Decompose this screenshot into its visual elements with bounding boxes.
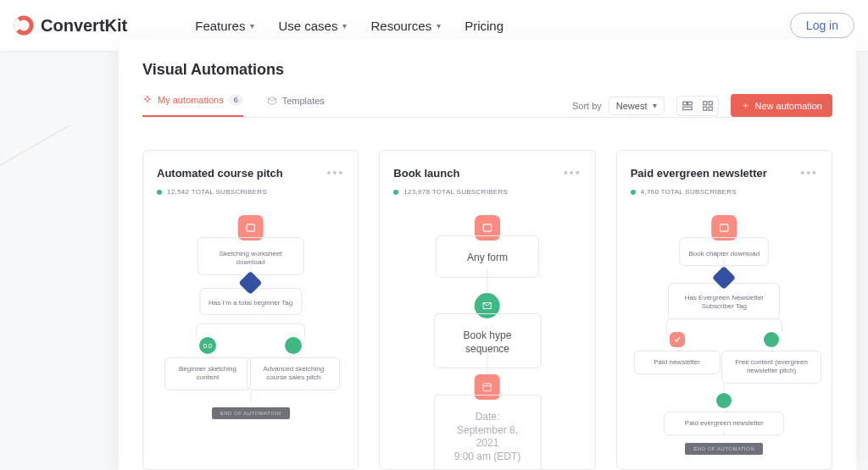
automation-card[interactable]: Automated course pitch ••• 12,542 TOTAL …: [142, 150, 359, 470]
spark-icon: [142, 95, 153, 105]
new-automation-button[interactable]: ＋ New automation: [731, 94, 833, 117]
card-menu-button[interactable]: •••: [800, 166, 818, 180]
svg-rect-4: [682, 107, 692, 110]
svg-rect-8: [709, 107, 712, 110]
new-button-label: New automation: [755, 101, 823, 111]
view-list-button[interactable]: [677, 97, 698, 115]
brand-name: ConvertKit: [41, 16, 127, 36]
page-title: Visual Automations: [142, 61, 832, 79]
end-node: END OF AUTOMATION: [685, 443, 763, 455]
sort-control: Sort by Newest ▾: [572, 97, 665, 115]
brand-logo[interactable]: ConvertKit: [14, 15, 127, 36]
flow-node-sublabel: 9:00 am (EDT): [452, 451, 524, 464]
yes-node-icon: [670, 332, 685, 347]
subscriber-count: 4,760 TOTAL SUBSCRIBERS: [641, 188, 737, 196]
view-toggle: [676, 96, 719, 116]
view-grid-button[interactable]: [698, 97, 718, 115]
tab-count-badge: 6: [229, 95, 243, 105]
nav-pricing[interactable]: Pricing: [465, 19, 504, 33]
chevron-down-icon: ▾: [250, 21, 254, 30]
no-node-icon: [285, 337, 302, 354]
card-menu-button[interactable]: •••: [564, 166, 581, 180]
svg-rect-6: [709, 101, 712, 104]
nav-resources[interactable]: Resources▾: [370, 19, 441, 33]
svg-rect-2: [682, 102, 687, 105]
card-title: Paid evergreen newsletter: [631, 167, 767, 180]
app-panel: Visual Automations My automations 6 Temp…: [119, 39, 856, 470]
flow-node-label: Beginner sketching content: [164, 357, 251, 390]
toolbar-controls: Sort by Newest ▾ ＋ New automation: [572, 94, 832, 117]
sort-dropdown[interactable]: Newest ▾: [609, 97, 665, 115]
nav-features[interactable]: Features▾: [195, 19, 254, 33]
end-node: END OF AUTOMATION: [212, 407, 290, 419]
tab-label: My automations: [158, 95, 224, 105]
automation-cards: Automated course pitch ••• 12,542 TOTAL …: [142, 150, 832, 470]
card-title: Automated course pitch: [157, 167, 283, 180]
card-title: Book launch: [393, 167, 459, 180]
chevron-down-icon: ▾: [437, 21, 441, 30]
logo-mark-icon: [14, 15, 34, 36]
status-dot-icon: [393, 190, 398, 195]
login-button[interactable]: Log in: [790, 13, 854, 38]
nav-links: Features▾ Use cases▾ Resources▾ Pricing: [195, 19, 504, 33]
svg-rect-9: [247, 224, 254, 231]
automation-card[interactable]: Paid evergreen newsletter ••• 4,760 TOTA…: [616, 150, 832, 470]
flow-preview: Book chapter download Has Evergreen News…: [617, 215, 832, 461]
svg-rect-11: [483, 384, 491, 391]
svg-rect-3: [687, 102, 692, 105]
tab-bar: My automations 6 Templates Sort by Newes…: [142, 94, 832, 118]
yes-node-icon: 0.0: [199, 337, 216, 354]
automation-card[interactable]: Book launch ••• 123,978 TOTAL SUBSCRIBER…: [379, 150, 595, 470]
tab-templates[interactable]: Templates: [267, 96, 325, 116]
tab-my-automations[interactable]: My automations 6: [142, 95, 243, 117]
subscriber-count: 123,978 TOTAL SUBSCRIBERS: [403, 188, 508, 196]
flow-node-label: Advanced sketching course sales pitch: [247, 357, 340, 390]
subscriber-count: 12,542 TOTAL SUBSCRIBERS: [167, 188, 267, 196]
box-icon: [267, 96, 277, 106]
flow-preview: Any form Book hype sequence Date: Septem…: [380, 215, 594, 461]
no-node-icon: [764, 332, 779, 347]
flow-preview: Sketching worksheet download Has I'm a t…: [143, 215, 358, 461]
svg-rect-5: [703, 101, 706, 104]
svg-rect-7: [703, 107, 706, 110]
sequence-node-icon: [716, 393, 732, 408]
flow-node-label: Date: September 8, 2021: [452, 411, 524, 451]
card-menu-button[interactable]: •••: [327, 166, 345, 180]
nav-use-cases[interactable]: Use cases▾: [278, 19, 347, 33]
status-dot-icon: [631, 190, 636, 195]
flow-node-label: Paid newsletter: [634, 351, 721, 374]
svg-rect-13: [721, 224, 728, 231]
chevron-down-icon: ▾: [653, 101, 657, 110]
chevron-down-icon: ▾: [342, 21, 347, 30]
flow-node-label: Free content (evergreen newsletter pitch…: [721, 351, 821, 384]
status-dot-icon: [157, 190, 162, 195]
svg-rect-10: [483, 224, 491, 231]
sort-label: Sort by: [572, 101, 602, 111]
sort-value: Newest: [616, 101, 648, 111]
plus-icon: ＋: [741, 99, 750, 112]
tab-label: Templates: [282, 96, 325, 106]
